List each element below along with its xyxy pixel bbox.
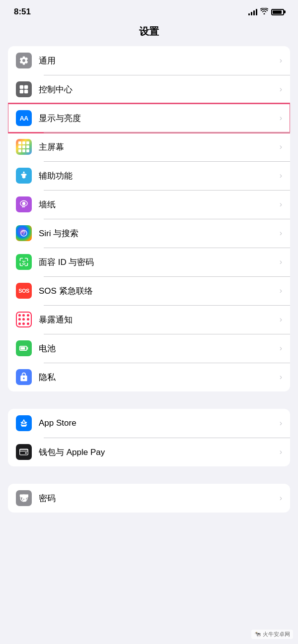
- face-id-label: 面容 ID 与密码: [39, 257, 280, 268]
- chevron-icon: ›: [280, 344, 282, 353]
- section-appstore: App Store › 钱包与 Apple Pay ›: [8, 409, 290, 466]
- settings-item-password[interactable]: 密码 ›: [8, 484, 290, 513]
- chevron-icon: ›: [280, 114, 282, 123]
- chevron-icon: ›: [280, 448, 282, 456]
- accessibility-label: 辅助功能: [39, 170, 280, 182]
- settings-item-general[interactable]: 通用 ›: [8, 46, 290, 75]
- exposure-icon: [16, 312, 32, 327]
- settings-item-sos[interactable]: SOS SOS 紧急联络 ›: [8, 276, 290, 305]
- chevron-icon: ›: [280, 229, 282, 238]
- display-icon: AA: [16, 110, 32, 126]
- general-icon: [16, 53, 32, 68]
- appstore-label: App Store: [39, 418, 280, 428]
- home-screen-icon: [16, 139, 32, 155]
- siri-label: Siri 与搜索: [39, 228, 280, 239]
- password-icon: [16, 490, 32, 506]
- control-center-icon: [16, 81, 32, 97]
- settings-item-accessibility[interactable]: 辅助功能 ›: [8, 161, 290, 190]
- svg-rect-8: [20, 347, 25, 350]
- status-icons: [248, 8, 284, 16]
- settings-item-siri[interactable]: Siri 与搜索 ›: [8, 219, 290, 248]
- svg-rect-10: [25, 452, 27, 454]
- grid-icon: [18, 141, 29, 152]
- svg-rect-3: [24, 90, 28, 94]
- exposure-label: 暴露通知: [39, 314, 280, 325]
- watermark-text: 🐄 火牛安卓网: [254, 631, 290, 638]
- battery-icon: [271, 9, 284, 15]
- appstore-icon: [16, 415, 32, 431]
- chevron-icon: ›: [280, 56, 282, 65]
- section-general: 通用 › 控制中心 › AA 显示与亮度 ›: [8, 46, 290, 391]
- svg-point-4: [23, 172, 24, 173]
- svg-point-11: [23, 499, 24, 500]
- display-label: 显示与亮度: [39, 113, 280, 124]
- wifi-icon: [260, 8, 268, 16]
- svg-point-5: [23, 202, 25, 204]
- chevron-icon: ›: [280, 494, 282, 503]
- wallet-icon: [16, 444, 32, 460]
- page-title: 设置: [0, 21, 298, 46]
- chevron-icon: ›: [280, 373, 282, 382]
- wallet-label: 钱包与 Apple Pay: [39, 447, 280, 458]
- siri-icon: [16, 225, 32, 241]
- wallpaper-label: 墙纸: [39, 199, 280, 210]
- watermark: 🐄 火牛安卓网: [251, 630, 293, 639]
- settings-item-battery[interactable]: 电池 ›: [8, 334, 290, 363]
- chevron-icon: ›: [280, 200, 282, 209]
- settings-item-display[interactable]: AA 显示与亮度 ›: [8, 104, 290, 132]
- svg-rect-0: [20, 85, 24, 89]
- status-time: 8:51: [14, 7, 31, 17]
- chevron-icon: ›: [280, 315, 282, 324]
- accessibility-icon: [16, 168, 32, 184]
- chevron-icon: ›: [280, 171, 282, 180]
- sos-label: SOS 紧急联络: [39, 285, 280, 297]
- settings-item-home-screen[interactable]: 主屏幕 ›: [8, 132, 290, 161]
- status-bar: 8:51: [0, 0, 298, 21]
- general-label: 通用: [39, 55, 280, 66]
- chevron-icon: ›: [280, 286, 282, 295]
- svg-rect-2: [20, 90, 24, 94]
- control-center-label: 控制中心: [39, 84, 280, 95]
- settings-item-exposure[interactable]: 暴露通知 ›: [8, 305, 290, 334]
- home-screen-label: 主屏幕: [39, 141, 280, 153]
- settings-item-wallpaper[interactable]: 墙纸 ›: [8, 190, 290, 219]
- privacy-icon: [16, 369, 32, 385]
- chevron-icon: ›: [280, 419, 282, 428]
- svg-point-6: [23, 234, 24, 235]
- settings-item-appstore[interactable]: App Store ›: [8, 409, 290, 438]
- settings-item-privacy[interactable]: 隐私 ›: [8, 363, 290, 391]
- password-label: 密码: [39, 493, 280, 504]
- settings-item-control-center[interactable]: 控制中心 ›: [8, 75, 290, 104]
- battery-settings-icon: [16, 340, 32, 356]
- battery-label: 电池: [39, 343, 280, 354]
- chevron-icon: ›: [280, 142, 282, 151]
- chevron-icon: ›: [280, 258, 282, 266]
- svg-rect-9: [20, 450, 28, 455]
- svg-rect-1: [24, 85, 28, 89]
- dots-icon: [18, 314, 29, 325]
- face-id-icon: [16, 254, 32, 270]
- settings-item-face-id[interactable]: 面容 ID 与密码 ›: [8, 248, 290, 276]
- chevron-icon: ›: [280, 85, 282, 94]
- settings-item-wallet[interactable]: 钱包与 Apple Pay ›: [8, 438, 290, 466]
- sos-icon: SOS: [16, 283, 32, 299]
- signal-icon: [248, 8, 257, 15]
- wallpaper-icon: [16, 196, 32, 212]
- privacy-label: 隐私: [39, 372, 280, 383]
- section-password: 密码 ›: [8, 484, 290, 513]
